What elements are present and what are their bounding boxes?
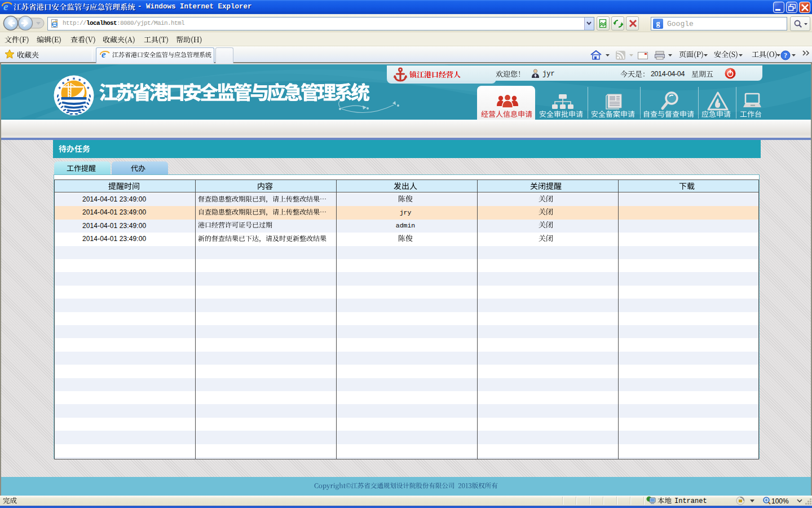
svg-text:?: ? bbox=[784, 51, 787, 59]
